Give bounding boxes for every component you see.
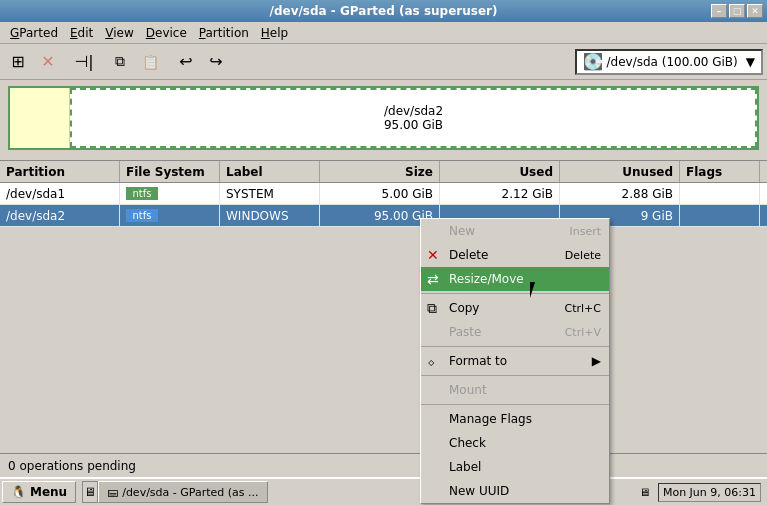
ctx-format-arrow: ▶: [592, 354, 601, 368]
taskbar-icon2: 🖴: [107, 486, 118, 499]
device-dropdown-arrow: ▼: [746, 55, 755, 69]
toolbar-last-button[interactable]: ⊣|: [70, 48, 98, 76]
ctx-format-icon: ⬦: [427, 353, 435, 369]
disk-partition-sda2[interactable]: /dev/sda2 95.00 GiB: [70, 88, 757, 148]
ctx-sep-2: [421, 346, 609, 347]
cell-fs-1: ntfs: [120, 183, 220, 204]
taskbar-window-label: /dev/sda - GParted (as ...: [122, 486, 258, 499]
start-button[interactable]: 🐧 Menu: [2, 481, 76, 503]
maximize-button[interactable]: □: [729, 4, 745, 18]
cell-flags-2: [680, 205, 760, 226]
cell-label-2: WINDOWS: [220, 205, 320, 226]
ctx-sep-4: [421, 404, 609, 405]
menu-gparted[interactable]: GParted: [4, 24, 64, 42]
cell-partition-1: /dev/sda1: [0, 183, 120, 204]
ctx-new-uuid[interactable]: New UUID: [421, 479, 609, 503]
disk-visual-area: /dev/sda2 95.00 GiB: [0, 80, 767, 160]
device-label: /dev/sda (100.00 GiB): [607, 55, 738, 69]
cell-unused-1: 2.88 GiB: [560, 183, 680, 204]
title-bar: /dev/sda - GParted (as superuser) – □ ✕: [0, 0, 767, 22]
minimize-button[interactable]: –: [711, 4, 727, 18]
table-row[interactable]: /dev/sda1 ntfs SYSTEM 5.00 GiB 2.12 GiB …: [0, 183, 767, 205]
menu-bar: GParted Edit View Device Partition Help: [0, 22, 767, 44]
toolbar-paste-button: 📋: [136, 48, 164, 76]
cell-partition-2: /dev/sda2: [0, 205, 120, 226]
menu-device[interactable]: Device: [140, 24, 193, 42]
context-menu: New Insert ✕ Delete Delete ⇄ Resize/Move…: [420, 218, 610, 504]
title-bar-buttons[interactable]: – □ ✕: [711, 4, 763, 18]
taskbar-window-item[interactable]: 🖴 /dev/sda - GParted (as ...: [98, 481, 267, 503]
ctx-delete[interactable]: ✕ Delete Delete: [421, 243, 609, 267]
col-size: Size: [320, 161, 440, 182]
col-filesystem: File System: [120, 161, 220, 182]
ctx-format-to[interactable]: ⬦ Format to ▶: [421, 349, 609, 373]
col-unused: Unused: [560, 161, 680, 182]
cell-fs-2: ntfs: [120, 205, 220, 226]
table-header: Partition File System Label Size Used Un…: [0, 161, 767, 183]
ctx-copy-icon: ⧉: [427, 300, 437, 317]
ctx-label[interactable]: Label: [421, 455, 609, 479]
partition-table: Partition File System Label Size Used Un…: [0, 160, 767, 227]
col-partition: Partition: [0, 161, 120, 182]
start-icon: 🐧: [11, 485, 26, 499]
ctx-sep-1: [421, 293, 609, 294]
menu-edit[interactable]: Edit: [64, 24, 99, 42]
ctx-manage-flags[interactable]: Manage Flags: [421, 407, 609, 431]
cell-size-1: 5.00 GiB: [320, 183, 440, 204]
fs-badge-1: ntfs: [126, 187, 158, 200]
table-row[interactable]: /dev/sda2 ntfs WINDOWS 95.00 GiB 9 GiB: [0, 205, 767, 227]
col-label: Label: [220, 161, 320, 182]
operations-pending: 0 operations pending: [8, 459, 136, 473]
ctx-resize-icon: ⇄: [427, 271, 439, 287]
menu-partition[interactable]: Partition: [193, 24, 255, 42]
ctx-resize-move[interactable]: ⇄ Resize/Move: [421, 267, 609, 291]
ctx-mount[interactable]: Mount: [421, 378, 609, 402]
taskbar-clock-icon: 🖥: [639, 486, 650, 499]
window-title: /dev/sda - GParted (as superuser): [270, 4, 498, 18]
col-flags: Flags: [680, 161, 760, 182]
ctx-copy[interactable]: ⧉ Copy Ctrl+C: [421, 296, 609, 320]
toolbar: ⊞ ✕ ⊣| ⧉ 📋 ↩ ↪ 💽 /dev/sda (100.00 GiB) ▼: [0, 44, 767, 80]
toolbar-new-button[interactable]: ⊞: [4, 48, 32, 76]
ctx-sep-3: [421, 375, 609, 376]
ctx-paste[interactable]: Paste Ctrl+V: [421, 320, 609, 344]
toolbar-undo-button[interactable]: ↩: [172, 48, 200, 76]
ctx-check[interactable]: Check: [421, 431, 609, 455]
device-icon: 💽: [583, 52, 603, 71]
close-button[interactable]: ✕: [747, 4, 763, 18]
toolbar-right: 💽 /dev/sda (100.00 GiB) ▼: [575, 49, 764, 75]
clock: Mon Jun 9, 06:31: [658, 483, 761, 502]
fs-badge-2: ntfs: [126, 209, 158, 222]
menu-help[interactable]: Help: [255, 24, 294, 42]
taskbar-icon[interactable]: 🖥: [82, 481, 98, 503]
cell-label-1: SYSTEM: [220, 183, 320, 204]
toolbar-delete-button: ✕: [34, 48, 62, 76]
col-used: Used: [440, 161, 560, 182]
disk-visual: /dev/sda2 95.00 GiB: [8, 86, 759, 150]
disk-partition-sda1[interactable]: [10, 88, 70, 148]
cell-flags-1: [680, 183, 760, 204]
toolbar-redo-button[interactable]: ↪: [202, 48, 230, 76]
disk-partition-size: 95.00 GiB: [384, 118, 443, 132]
toolbar-copy-button[interactable]: ⧉: [106, 48, 134, 76]
menu-view[interactable]: View: [99, 24, 139, 42]
taskbar: 🐧 Menu 🖥 🖴 /dev/sda - GParted (as ... 🖥 …: [0, 477, 767, 505]
ctx-new[interactable]: New Insert: [421, 219, 609, 243]
disk-partition-label: /dev/sda2: [384, 104, 443, 118]
ctx-delete-icon: ✕: [427, 247, 439, 263]
cell-used-1: 2.12 GiB: [440, 183, 560, 204]
device-selector[interactable]: 💽 /dev/sda (100.00 GiB) ▼: [575, 49, 764, 75]
taskbar-right: 🖥 Mon Jun 9, 06:31: [639, 483, 767, 502]
start-label: Menu: [30, 485, 67, 499]
